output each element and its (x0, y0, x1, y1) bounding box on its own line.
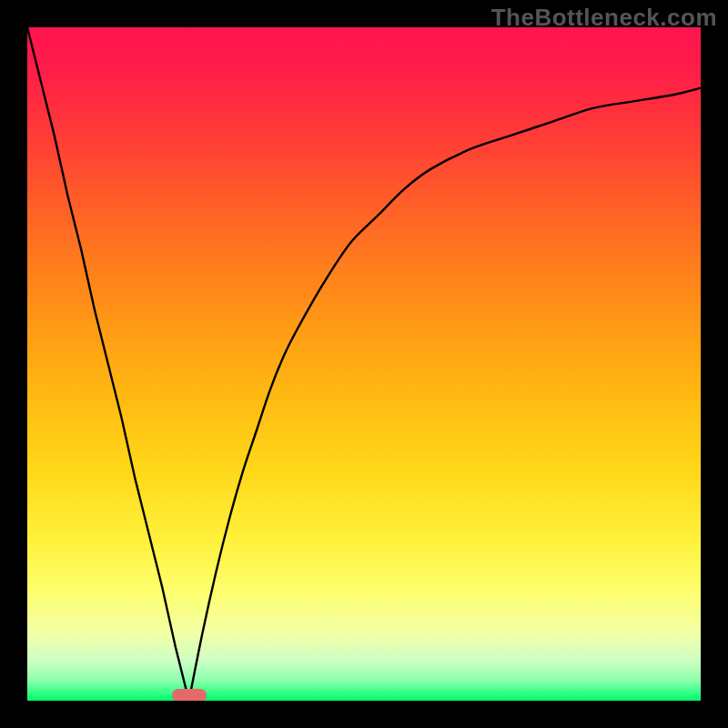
watermark-text: TheBottleneck.com (491, 4, 717, 32)
plot-area (27, 27, 701, 701)
bottleneck-marker (172, 689, 207, 701)
curve-svg (27, 27, 701, 701)
curve-right (189, 88, 701, 701)
chart-frame: TheBottleneck.com (0, 0, 728, 728)
curve-left (27, 27, 189, 701)
